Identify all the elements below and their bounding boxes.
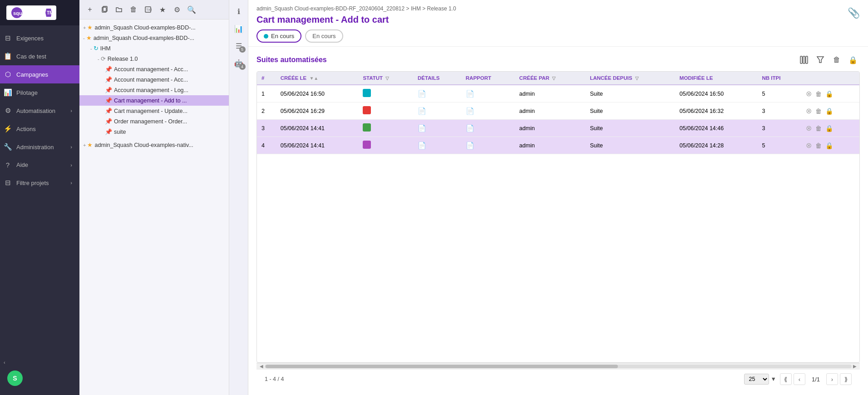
- cell-rapport-0[interactable]: 📄: [461, 85, 515, 102]
- sidebar-item-filtre-projets[interactable]: ⊟ Filtre projets ›: [0, 174, 79, 192]
- cancel-btn-3[interactable]: ⊗: [806, 141, 812, 150]
- tree-delete-btn[interactable]: 🗑: [128, 4, 139, 15]
- cell-details-2[interactable]: 📄: [413, 120, 461, 137]
- pagination-row: 1 - 4 / 4 25 50 100 ▼ ⟪ ‹ 1/1 › ⟫: [256, 369, 860, 389]
- cell-rapport-1[interactable]: 📄: [461, 102, 515, 120]
- filter-statut-icon[interactable]: ▽: [385, 76, 389, 81]
- cancel-btn-1[interactable]: ⊗: [806, 107, 812, 115]
- node2-label: admin_Squash Cloud-examples-BDD-...: [94, 35, 194, 41]
- tree-node-2[interactable]: - ★ admin_Squash Cloud-examples-BDD-...: [79, 33, 229, 43]
- prev-page-btn[interactable]: ‹: [794, 373, 805, 385]
- filter-launched-icon[interactable]: ▽: [635, 76, 639, 81]
- cell-details-0[interactable]: 📄: [413, 85, 461, 102]
- tree-node-cart1[interactable]: 📌 Cart management - Add to ...: [79, 95, 229, 106]
- first-page-btn[interactable]: ⟪: [780, 373, 792, 385]
- table-delete-btn[interactable]: 🗑: [830, 53, 843, 67]
- status-btn-en-cours-1[interactable]: En cours: [256, 29, 301, 43]
- side-tab-info[interactable]: ℹ: [231, 4, 247, 19]
- details-icon-0[interactable]: 📄: [418, 90, 426, 98]
- rapport-icon-0[interactable]: 📄: [466, 90, 474, 98]
- scroll-track[interactable]: [265, 365, 852, 368]
- cell-details-1[interactable]: 📄: [413, 102, 461, 120]
- tree-node-suite1[interactable]: 📌 suite: [79, 127, 229, 137]
- lock-btn-3[interactable]: 🔒: [825, 142, 833, 149]
- sidebar-item-automatisation[interactable]: ⚙ Automatisation ›: [0, 102, 79, 120]
- sidebar-item-cas-de-test[interactable]: 📋 Cas de test: [0, 47, 79, 65]
- side-tab-chart[interactable]: 📊: [231, 21, 247, 36]
- scroll-left-arrow[interactable]: ◀: [258, 364, 265, 369]
- col-statut[interactable]: STATUT ▽: [358, 72, 413, 85]
- sidebar-item-campagnes[interactable]: ⬡ Campagnes: [0, 65, 79, 83]
- rapport-icon-3[interactable]: 📄: [466, 141, 474, 149]
- scroll-right-arrow[interactable]: ▶: [852, 364, 858, 369]
- sidebar-item-administration[interactable]: 🔧 Administration ›: [0, 138, 79, 156]
- tree-node-3[interactable]: + ★ admin_Squash Cloud-examples-nativ...: [79, 140, 229, 150]
- collapse-sidebar[interactable]: ‹: [0, 358, 79, 367]
- side-tab-list[interactable]: ☰ 5: [231, 38, 247, 54]
- expand-icon-release: -: [98, 56, 99, 62]
- tree-star-btn[interactable]: ★: [157, 4, 168, 15]
- details-icon-2[interactable]: 📄: [418, 124, 426, 132]
- table-lock-btn[interactable]: 🔒: [846, 53, 860, 67]
- table-columns-btn[interactable]: [797, 53, 811, 67]
- delete-btn-3[interactable]: 🗑: [815, 142, 822, 149]
- rapport-icon-1[interactable]: 📄: [466, 107, 474, 115]
- tree-node-acc1[interactable]: 📌 Account management - Acc...: [79, 64, 229, 74]
- tree-add-btn[interactable]: +: [84, 4, 96, 15]
- user-avatar[interactable]: S: [7, 371, 23, 386]
- filter-created-by-icon[interactable]: ▽: [552, 76, 556, 81]
- tree-copy-btn[interactable]: [99, 4, 110, 15]
- cancel-btn-2[interactable]: ⊗: [806, 124, 812, 132]
- scroll-thumb[interactable]: [266, 365, 618, 368]
- delete-btn-1[interactable]: 🗑: [815, 107, 822, 115]
- cell-details-3[interactable]: 📄: [413, 137, 461, 154]
- sidebar-item-actions[interactable]: ⚡ Actions: [0, 120, 79, 138]
- delete-btn-0[interactable]: 🗑: [815, 90, 822, 98]
- table-filter-btn[interactable]: [814, 53, 827, 67]
- rapport-icon-2[interactable]: 📄: [466, 124, 474, 132]
- sidebar-item-exigences[interactable]: ⊟ Exigences: [0, 29, 79, 47]
- tree-node-1[interactable]: + ★ admin_Squash Cloud-examples-BDD-...: [79, 22, 229, 33]
- status-btn-en-cours-2[interactable]: En cours: [305, 29, 343, 43]
- tree-node-release1[interactable]: - ⟳ Release 1.0: [79, 54, 229, 64]
- details-icon-3[interactable]: 📄: [418, 141, 426, 149]
- sidebar-item-aide[interactable]: ? Aide ›: [0, 156, 79, 174]
- tree-node-acc2[interactable]: 📌 Account management - Acc...: [79, 74, 229, 85]
- details-icon-1[interactable]: 📄: [418, 107, 426, 115]
- cell-rapport-2[interactable]: 📄: [461, 120, 515, 137]
- star-icon-3: ★: [87, 141, 93, 148]
- table-row[interactable]: 2 05/06/2024 16:29 📄 📄 admin Suite 05/06…: [257, 102, 859, 120]
- table-row[interactable]: 1 05/06/2024 16:50 📄 📄 admin Suite 05/06…: [257, 85, 859, 102]
- cancel-btn-0[interactable]: ⊗: [806, 89, 812, 98]
- side-tab-robot[interactable]: 🤖 4: [231, 55, 247, 71]
- tree-node-order1[interactable]: 📌 Order management - Order...: [79, 116, 229, 127]
- lock-btn-0[interactable]: 🔒: [825, 90, 833, 98]
- horizontal-scrollbar[interactable]: ◀ ▶: [256, 363, 860, 369]
- per-page-dropdown[interactable]: 25 50 100: [744, 374, 769, 385]
- delete-btn-2[interactable]: 🗑: [815, 125, 822, 132]
- last-page-btn[interactable]: ⟫: [840, 373, 852, 385]
- lock-btn-2[interactable]: 🔒: [825, 125, 833, 132]
- lock-btn-1[interactable]: 🔒: [825, 107, 833, 115]
- tree-node-ihm[interactable]: - ↻ IHM: [79, 43, 229, 54]
- next-page-btn[interactable]: ›: [826, 373, 838, 385]
- tree-node-log1[interactable]: 📌 Account management - Log...: [79, 85, 229, 95]
- cell-rapport-3[interactable]: 📄: [461, 137, 515, 154]
- expand-icon-3: +: [83, 142, 86, 148]
- table-row[interactable]: 3 05/06/2024 14:41 📄 📄 admin Suite 05/06…: [257, 120, 859, 137]
- tree-settings-btn[interactable]: ⚙: [171, 4, 183, 15]
- table-row[interactable]: 4 05/06/2024 14:41 📄 📄 admin Suite 05/06…: [257, 137, 859, 154]
- status-label-1: En cours: [271, 33, 294, 39]
- col-launched[interactable]: LANCÉE DEPUIS ▽: [585, 72, 675, 85]
- cell-launched-3: Suite: [585, 137, 675, 154]
- col-created[interactable]: CRÉÉE LE ▼▲: [276, 72, 359, 85]
- cas-de-test-icon: 📋: [4, 52, 12, 60]
- tree-node-cart2[interactable]: 📌 Cart management - Update...: [79, 106, 229, 116]
- tree-search-btn[interactable]: 🔍: [186, 4, 197, 15]
- attachment-icon[interactable]: 📎: [848, 5, 860, 19]
- tree-export-btn[interactable]: TXT: [142, 4, 154, 15]
- col-created-by[interactable]: CRÉÉE PAR ▽: [515, 72, 586, 85]
- sidebar-item-pilotage[interactable]: 📊 Pilotage: [0, 83, 79, 102]
- sort-created-icon[interactable]: ▼▲: [309, 76, 318, 81]
- tree-folder-btn[interactable]: [113, 4, 125, 15]
